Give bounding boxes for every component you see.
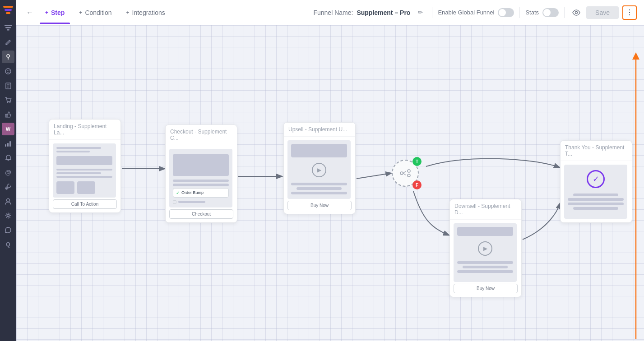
edit-icon: ✏ bbox=[418, 9, 423, 16]
checkbox-box[interactable] bbox=[173, 200, 176, 204]
thankyou-node-header: Thank You - Supplement T... bbox=[561, 141, 632, 161]
upsell-play-button[interactable]: ▶ bbox=[312, 163, 326, 177]
upsell-subtitle: - Supplement U... bbox=[305, 126, 347, 133]
preview-placeholder-1 bbox=[56, 156, 112, 165]
upsell-cta-button[interactable]: Buy Now bbox=[287, 201, 352, 210]
svg-point-22 bbox=[575, 11, 578, 14]
tab-condition[interactable]: + Condition bbox=[74, 5, 117, 20]
checkout-preview: ✓ Order Bump bbox=[169, 149, 232, 207]
svg-rect-2 bbox=[6, 12, 10, 14]
downsell-title: Downsell bbox=[454, 203, 477, 209]
svg-point-20 bbox=[7, 198, 10, 202]
arrow-condition-false-downsell bbox=[413, 191, 449, 235]
sidebar-item-support[interactable] bbox=[2, 224, 14, 236]
svg-rect-0 bbox=[3, 6, 13, 8]
sidebar-item-settings[interactable] bbox=[2, 209, 14, 222]
svg-point-6 bbox=[7, 55, 9, 57]
checkout-checkbox bbox=[173, 200, 229, 204]
preview-button[interactable] bbox=[570, 6, 583, 19]
landing-cta-button[interactable]: Call To Action bbox=[53, 199, 117, 209]
downsell-line-2 bbox=[463, 266, 507, 268]
upsell-node-header: Upsell - Supplement U... bbox=[284, 123, 355, 137]
funnel-name-section: Funnel Name: Supplement – Pro ✏ bbox=[313, 6, 426, 19]
upsell-line-2 bbox=[297, 187, 341, 190]
preview-line-4 bbox=[56, 172, 101, 174]
landing-node[interactable]: Landing - Supplement La... bbox=[49, 119, 121, 213]
sidebar-item-tools[interactable] bbox=[2, 180, 14, 193]
sidebar-item-pen[interactable] bbox=[2, 36, 14, 49]
downsell-node-header: Downsell - Supplement D... bbox=[450, 199, 521, 220]
sidebar-item-pin[interactable] bbox=[2, 51, 14, 63]
svg-point-28 bbox=[408, 170, 410, 172]
sidebar-item-funnel[interactable] bbox=[2, 22, 14, 34]
main-content: ← + Step + Condition + Integrations Funn… bbox=[16, 0, 644, 341]
sidebar-item-cart[interactable] bbox=[2, 94, 14, 106]
order-bump-check-icon: ✓ bbox=[176, 190, 180, 195]
upsell-node-body: ▶ Buy Now bbox=[284, 137, 355, 214]
svg-point-8 bbox=[7, 70, 8, 71]
sidebar-item-book[interactable] bbox=[2, 79, 14, 92]
downsell-node-body: ▶ Buy Now bbox=[450, 220, 521, 297]
sidebar-item-user[interactable] bbox=[2, 195, 14, 207]
global-funnel-label: Enable Global Funnel bbox=[438, 9, 494, 16]
arrow-downsell-thankyou bbox=[523, 203, 560, 240]
condition-plus-icon: + bbox=[79, 9, 82, 16]
funnel-canvas[interactable]: Landing - Supplement La... bbox=[16, 25, 644, 341]
svg-point-14 bbox=[7, 102, 8, 103]
preview-line-1 bbox=[56, 147, 101, 149]
global-funnel-toggle[interactable] bbox=[498, 8, 514, 17]
global-funnel-toggle-section: Enable Global Funnel bbox=[438, 8, 514, 17]
save-button[interactable]: Save bbox=[586, 6, 619, 19]
svg-point-21 bbox=[7, 215, 9, 217]
upsell-line-3 bbox=[291, 192, 347, 194]
thankyou-line-4 bbox=[573, 207, 618, 210]
tab-integrations[interactable]: + Integrations bbox=[121, 5, 171, 20]
sidebar-item-notifications[interactable] bbox=[2, 152, 14, 164]
downsell-preview: ▶ bbox=[454, 223, 517, 282]
condition-fork-icon bbox=[400, 169, 411, 178]
checkout-line-2 bbox=[173, 184, 229, 186]
downsell-play-button[interactable]: ▶ bbox=[478, 241, 492, 256]
sidebar-item-woo[interactable]: W bbox=[2, 123, 14, 135]
checkout-cb-text bbox=[178, 201, 205, 203]
thankyou-check-icon: ✓ bbox=[587, 170, 605, 188]
checkout-node[interactable]: Checkout - Supplement C... ✓ Order Bump bbox=[165, 124, 237, 223]
header-divider-1 bbox=[432, 7, 432, 18]
sidebar-item-thumb[interactable] bbox=[2, 108, 14, 121]
tab-step[interactable]: + Step bbox=[40, 5, 70, 20]
preview-line-3 bbox=[56, 169, 112, 170]
sidebar-item-help[interactable]: Q bbox=[2, 238, 14, 251]
upsell-preview: ▶ bbox=[287, 140, 351, 199]
thankyou-node-body: ✓ bbox=[561, 161, 632, 222]
arrow-upsell-condition bbox=[357, 173, 391, 179]
integrations-plus-icon: + bbox=[126, 9, 130, 16]
svg-rect-16 bbox=[5, 114, 7, 117]
edit-funnel-name-button[interactable]: ✏ bbox=[414, 6, 426, 19]
funnel-name-value: Supplement – Pro bbox=[357, 9, 410, 16]
sidebar-item-smiley[interactable] bbox=[2, 65, 14, 78]
checkout-cta-button[interactable]: Checkout bbox=[169, 209, 233, 219]
stats-label: Stats bbox=[525, 9, 539, 16]
back-button[interactable]: ← bbox=[23, 6, 36, 19]
checkout-line-1 bbox=[173, 180, 229, 182]
checkout-preview-main bbox=[173, 154, 229, 176]
logo[interactable] bbox=[2, 4, 14, 16]
sidebar-item-analytics[interactable] bbox=[2, 137, 14, 150]
svg-rect-3 bbox=[5, 25, 12, 26]
stats-toggle[interactable] bbox=[542, 8, 559, 17]
checkout-node-body: ✓ Order Bump Checkout bbox=[166, 145, 237, 222]
thankyou-node[interactable]: Thank You - Supplement T... ✓ bbox=[560, 140, 632, 223]
landing-node-body: Call To Action bbox=[49, 140, 120, 212]
svg-rect-19 bbox=[9, 141, 11, 147]
downsell-cta-button[interactable]: Buy Now bbox=[454, 284, 518, 293]
more-options-button[interactable]: ⋮ bbox=[622, 5, 637, 20]
downsell-line-3 bbox=[457, 270, 513, 273]
svg-rect-18 bbox=[7, 143, 9, 147]
condition-badge-false[interactable]: F bbox=[412, 180, 422, 189]
sidebar-item-email[interactable]: @ bbox=[2, 166, 14, 179]
condition-badge-true[interactable]: T bbox=[412, 157, 422, 166]
downsell-node[interactable]: Downsell - Supplement D... ▶ Buy Now bbox=[449, 199, 522, 297]
thankyou-line-2 bbox=[568, 198, 624, 201]
header-divider-2 bbox=[519, 7, 520, 18]
upsell-node[interactable]: Upsell - Supplement U... ▶ Buy Now bbox=[283, 122, 356, 214]
